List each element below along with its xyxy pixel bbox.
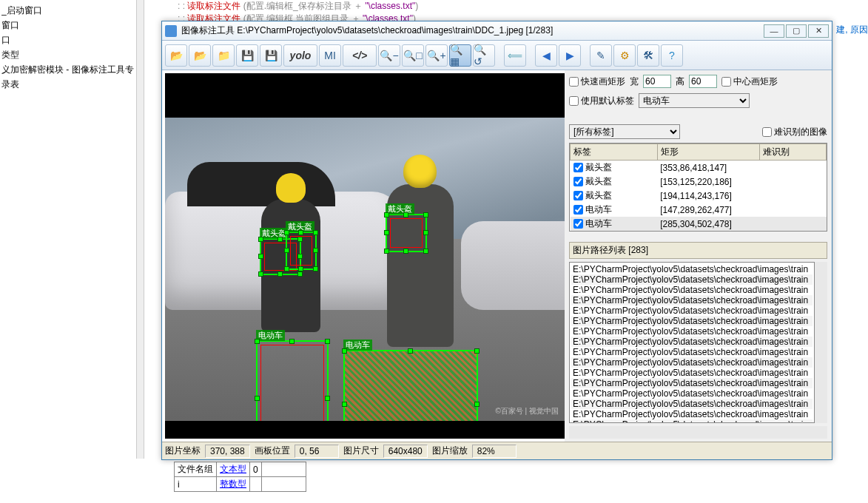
table-row[interactable]: 戴头盔[194,114,243,176] xyxy=(571,189,827,203)
zoom-reset-icon[interactable]: 🔍↺ xyxy=(473,44,495,67)
resize-handle[interactable] xyxy=(255,339,260,344)
resize-handle[interactable] xyxy=(258,271,263,277)
next-icon[interactable]: ▶ xyxy=(559,44,581,67)
resize-handle[interactable] xyxy=(277,237,283,242)
resize-handle[interactable] xyxy=(325,396,330,401)
th-hard[interactable]: 难识别 xyxy=(760,144,827,161)
list-item[interactable]: E:\PYCharmProject\yolov5\datasets\checkr… xyxy=(571,305,813,316)
table-row[interactable]: 戴头盔[353,86,418,147] xyxy=(571,161,827,175)
resize-handle[interactable] xyxy=(284,266,289,271)
row-checkbox[interactable] xyxy=(573,191,583,200)
resize-handle[interactable] xyxy=(423,230,428,235)
resize-handle[interactable] xyxy=(313,266,318,271)
center-rect-checkbox[interactable]: 中心画矩形 xyxy=(721,75,778,88)
save-icon[interactable]: 💾 xyxy=(236,44,258,67)
resize-handle[interactable] xyxy=(384,230,389,235)
th-label[interactable]: 标签 xyxy=(571,144,658,161)
path-scrollbar-v[interactable] xyxy=(815,262,827,423)
annotation-table[interactable]: 标签 矩形 难识别 戴头盔[353,86,418,147]戴头盔[153,125… xyxy=(569,143,827,232)
resize-handle[interactable] xyxy=(277,271,283,277)
open-folder2-icon[interactable]: 📂 xyxy=(189,44,211,67)
resize-handle[interactable] xyxy=(297,271,303,277)
resize-handle[interactable] xyxy=(298,266,303,271)
zoom-in-icon[interactable]: 🔍+ xyxy=(425,44,448,67)
list-item[interactable]: E:\PYCharmProject\yolov5\datasets\checkr… xyxy=(571,295,813,305)
bounding-box[interactable]: 戴头盔 xyxy=(386,214,427,252)
resize-handle[interactable] xyxy=(384,249,389,254)
resize-handle[interactable] xyxy=(258,237,263,242)
resize-handle[interactable] xyxy=(325,339,330,344)
titlebar[interactable]: 图像标注工具 E:\PYCharmProject\yolov5\datasets… xyxy=(162,21,832,41)
row-checkbox[interactable] xyxy=(573,219,583,229)
list-item[interactable]: E:\PYCharmProject\yolov5\datasets\checkr… xyxy=(571,316,813,326)
default-label-checkbox[interactable]: 使用默认标签 xyxy=(569,95,634,107)
list-item[interactable]: E:\PYCharmProject\yolov5\datasets\checkr… xyxy=(571,347,813,357)
width-input[interactable] xyxy=(643,75,671,88)
resize-handle[interactable] xyxy=(298,230,303,235)
list-item[interactable]: E:\PYCharmProject\yolov5\datasets\checkr… xyxy=(571,337,813,347)
undo-icon[interactable]: ⟸ xyxy=(504,44,526,67)
resize-handle[interactable] xyxy=(423,249,428,254)
resize-handle[interactable] xyxy=(403,212,408,217)
list-item[interactable]: E:\PYCharmProject\yolov5\datasets\checkr… xyxy=(571,274,813,285)
yolo-format-button[interactable]: yolo xyxy=(283,44,317,67)
list-item[interactable]: E:\PYCharmProject\yolov5\datasets\checkr… xyxy=(571,368,813,378)
zoom-fit-icon[interactable]: 🔍□ xyxy=(402,44,424,67)
list-item[interactable]: E:\PYCharmProject\yolov5\datasets\checkr… xyxy=(571,399,813,409)
list-item[interactable]: E:\PYCharmProject\yolov5\datasets\checkr… xyxy=(571,326,813,337)
resize-handle[interactable] xyxy=(408,348,413,354)
image-canvas[interactable]: 戴头盔戴头盔戴头盔电动车电动车 ©百家号 | 视觉中国 xyxy=(165,73,565,439)
resize-handle[interactable] xyxy=(474,348,480,354)
hard-image-checkbox[interactable]: 难识别的图像 xyxy=(762,126,827,138)
prev-icon[interactable]: ◀ xyxy=(535,44,557,67)
list-item[interactable]: E:\PYCharmProject\yolov5\datasets\checkr… xyxy=(571,357,813,368)
path-list[interactable]: E:\PYCharmProject\yolov5\datasets\checkr… xyxy=(569,262,815,423)
open-folder-icon[interactable]: 📂 xyxy=(165,44,187,67)
filter-tag-select[interactable]: [所有标签] xyxy=(569,124,680,139)
resize-handle[interactable] xyxy=(289,339,295,344)
resize-handle[interactable] xyxy=(313,230,318,235)
zoom-region-icon[interactable]: 🔍▦ xyxy=(449,44,471,67)
row-checkbox[interactable] xyxy=(573,177,583,186)
image-display[interactable]: 戴头盔戴头盔戴头盔电动车电动车 ©百家号 | 视觉中国 xyxy=(165,118,565,421)
list-item[interactable]: E:\PYCharmProject\yolov5\datasets\checkr… xyxy=(571,264,813,274)
table-row[interactable]: 电动车[285,304,502,478] xyxy=(571,217,827,231)
bounding-box[interactable]: 戴头盔 xyxy=(286,232,317,270)
quick-rect-checkbox[interactable]: 快速画矩形 xyxy=(569,75,625,88)
list-item[interactable]: E:\PYCharmProject\yolov5\datasets\checkr… xyxy=(571,419,813,423)
resize-handle[interactable] xyxy=(313,248,318,253)
maximize-button[interactable]: ▢ xyxy=(786,24,807,38)
resize-handle[interactable] xyxy=(284,230,289,235)
bounding-box[interactable]: 电动车 xyxy=(256,340,329,421)
edit-icon[interactable]: ✎ xyxy=(590,44,612,67)
ml-format-button[interactable]: MI xyxy=(319,44,341,67)
list-item[interactable]: E:\PYCharmProject\yolov5\datasets\checkr… xyxy=(571,378,813,388)
default-label-select[interactable]: 电动车 xyxy=(639,93,750,108)
help-icon[interactable]: ? xyxy=(661,44,683,67)
row-checkbox[interactable] xyxy=(573,205,583,215)
minimize-button[interactable]: — xyxy=(764,24,784,38)
height-input[interactable] xyxy=(689,75,717,88)
xml-format-button[interactable]: </> xyxy=(343,44,377,67)
zoom-out-icon[interactable]: 🔍− xyxy=(378,44,400,67)
resize-handle[interactable] xyxy=(384,212,389,217)
resize-handle[interactable] xyxy=(474,402,480,407)
settings-icon[interactable]: ⚙ xyxy=(613,44,636,67)
resize-handle[interactable] xyxy=(258,254,263,259)
resize-handle[interactable] xyxy=(255,396,260,401)
row-checkbox[interactable] xyxy=(573,163,583,172)
saveall-icon[interactable]: 💾 xyxy=(260,44,282,67)
th-rect[interactable]: 矩形 xyxy=(657,144,759,161)
resize-handle[interactable] xyxy=(342,402,347,407)
list-item[interactable]: E:\PYCharmProject\yolov5\datasets\checkr… xyxy=(571,388,813,399)
list-item[interactable]: E:\PYCharmProject\yolov5\datasets\checkr… xyxy=(571,409,813,419)
resize-handle[interactable] xyxy=(403,249,408,254)
table-row[interactable]: 戴头盔[153,125,220,186] xyxy=(571,175,827,189)
reload-icon[interactable]: 📁 xyxy=(212,44,235,67)
resize-handle[interactable] xyxy=(342,348,347,354)
close-button[interactable]: ✕ xyxy=(808,24,829,38)
tools-icon[interactable]: 🛠 xyxy=(637,44,659,67)
path-scrollbar-h[interactable] xyxy=(569,426,827,439)
list-item[interactable]: E:\PYCharmProject\yolov5\datasets\checkr… xyxy=(571,285,813,295)
bounding-box[interactable]: 电动车 xyxy=(343,350,478,421)
